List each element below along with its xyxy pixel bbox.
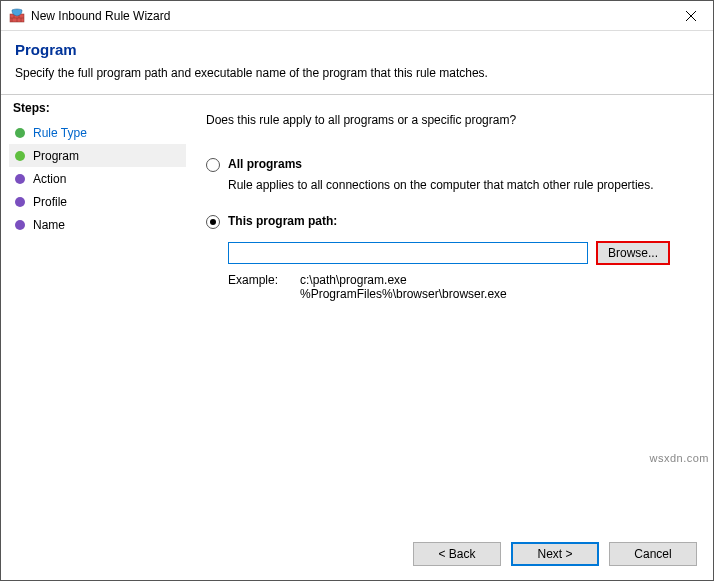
example-text: c:\path\program.exe %ProgramFiles%\brows… xyxy=(300,273,507,301)
step-label: Rule Type xyxy=(33,126,87,140)
step-rule-type[interactable]: Rule Type xyxy=(9,121,186,144)
close-button[interactable] xyxy=(668,1,713,31)
step-label: Action xyxy=(33,172,66,186)
steps-sidebar: Steps: Rule Type Program Action Profile … xyxy=(1,95,186,532)
titlebar: New Inbound Rule Wizard xyxy=(1,1,713,31)
bullet-icon xyxy=(15,151,25,161)
option-this-program-path[interactable]: This program path: xyxy=(206,214,693,229)
option-label: This program path: xyxy=(228,214,337,228)
example-label: Example: xyxy=(228,273,300,301)
wizard-header: Program Specify the full program path an… xyxy=(1,31,713,90)
page-subtitle: Specify the full program path and execut… xyxy=(15,66,699,80)
option-all-desc: Rule applies to all connections on the c… xyxy=(228,178,693,192)
program-path-row: Browse... xyxy=(228,241,693,265)
step-profile[interactable]: Profile xyxy=(9,190,186,213)
option-all-programs[interactable]: All programs xyxy=(206,157,693,172)
option-label: All programs xyxy=(228,157,302,171)
bullet-icon xyxy=(15,174,25,184)
wizard-footer: < Back Next > Cancel xyxy=(1,532,713,580)
wizard-body: Steps: Rule Type Program Action Profile … xyxy=(1,95,713,532)
radio-icon[interactable] xyxy=(206,158,220,172)
cancel-button[interactable]: Cancel xyxy=(609,542,697,566)
step-label: Profile xyxy=(33,195,67,209)
bullet-icon xyxy=(15,128,25,138)
example-row: Example: c:\path\program.exe %ProgramFil… xyxy=(228,273,693,301)
program-path-input[interactable] xyxy=(228,242,588,264)
bullet-icon xyxy=(15,220,25,230)
back-button[interactable]: < Back xyxy=(413,542,501,566)
window-title: New Inbound Rule Wizard xyxy=(31,9,668,23)
step-program[interactable]: Program xyxy=(9,144,186,167)
main-panel: Does this rule apply to all programs or … xyxy=(186,95,713,532)
question-text: Does this rule apply to all programs or … xyxy=(206,113,693,127)
step-action[interactable]: Action xyxy=(9,167,186,190)
step-label: Name xyxy=(33,218,65,232)
next-button[interactable]: Next > xyxy=(511,542,599,566)
wizard-window: New Inbound Rule Wizard Program Specify … xyxy=(0,0,714,581)
page-title: Program xyxy=(15,41,699,58)
browse-button[interactable]: Browse... xyxy=(596,241,670,265)
firewall-icon xyxy=(9,8,25,24)
step-label: Program xyxy=(33,149,79,163)
step-name[interactable]: Name xyxy=(9,213,186,236)
steps-title: Steps: xyxy=(13,101,186,115)
radio-icon[interactable] xyxy=(206,215,220,229)
watermark: wsxdn.com xyxy=(649,452,709,464)
bullet-icon xyxy=(15,197,25,207)
